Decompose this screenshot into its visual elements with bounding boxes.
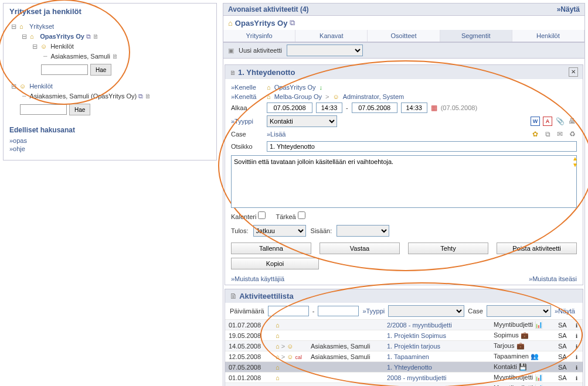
kalenteri-checkbox-label[interactable]: Kalenteri xyxy=(231,211,267,220)
row-type: Tarjous 💼 xyxy=(490,341,555,351)
table-row[interactable]: 12.05.2008⌂ > ☺ calAsiakasmies, Samuli1.… xyxy=(225,351,583,362)
kalenteri-checkbox[interactable] xyxy=(258,211,266,219)
show-link[interactable]: »Näytä xyxy=(557,5,580,13)
pdf-icon[interactable]: A xyxy=(543,117,552,126)
tab-yritysinfo[interactable]: Yritysinfo xyxy=(223,30,295,42)
row-desc[interactable]: 2/2008 - myyntibudjetti xyxy=(383,320,490,330)
launch-icon[interactable]: ⧉ xyxy=(543,129,552,139)
end-time-input[interactable] xyxy=(401,103,427,113)
launch-icon[interactable]: ⧉ xyxy=(290,18,295,28)
row-desc[interactable]: 1. Yhteydenotto xyxy=(383,362,490,373)
start-date-input[interactable] xyxy=(267,103,312,113)
row-desc[interactable]: 2008 - myyntibudjetti xyxy=(383,373,490,383)
info-icon[interactable]: i xyxy=(572,330,583,341)
tab-kanavat[interactable]: Kanavat xyxy=(295,30,368,42)
remind-self-link[interactable]: »Muistuta itseäsi xyxy=(529,275,577,282)
mail-icon[interactable]: ✉ xyxy=(555,129,565,139)
close-icon[interactable]: ✕ xyxy=(569,67,578,77)
tree-company[interactable]: ⊟ ⌂ OpasYritys Oy ⧉ 🗎 xyxy=(9,32,210,42)
kenelta-label[interactable]: »Keneltä xyxy=(231,93,263,100)
tyyppi-filter-select[interactable] xyxy=(388,305,464,317)
sisaan-select[interactable] xyxy=(337,225,389,237)
word-icon[interactable]: W xyxy=(531,117,540,126)
kopioi-button[interactable]: Kopioi xyxy=(231,258,319,269)
info-icon[interactable]: i xyxy=(572,362,583,373)
attachment-icon[interactable]: 📎 xyxy=(555,117,565,126)
table-row[interactable]: 14.05.2008⌂ > ☺Asiakasmies, Samuli1. Pro… xyxy=(225,341,583,351)
kenelta-org[interactable]: Melba-Group Oy xyxy=(274,93,322,100)
tyyppi-select[interactable]: Kontakti xyxy=(267,115,337,127)
company-search-input[interactable] xyxy=(41,64,88,75)
vastaa-button[interactable]: Vastaa xyxy=(320,242,400,254)
end-date-input[interactable] xyxy=(352,103,397,113)
table-row[interactable]: 19.05.2008⌂1. Projektin SopimusSopimus 💼… xyxy=(225,330,583,341)
doc-icon[interactable]: 🗎 xyxy=(93,33,99,40)
prev-search-item[interactable]: »ohje xyxy=(9,145,210,153)
tree-person-full[interactable]: ┄ Asiakasmies, Samuli (OpasYritys Oy) ⧉ … xyxy=(9,91,210,101)
case-add-link[interactable]: »Lisää xyxy=(267,131,285,138)
kenelta-person[interactable]: Adminstrator, System xyxy=(343,93,405,100)
table-row[interactable]: 01.01.2008⌂1/2008 - myyntibudjettiMyynti… xyxy=(225,383,583,387)
launch-icon[interactable]: ⧉ xyxy=(138,93,143,100)
prev-search-item[interactable]: »opas xyxy=(9,136,210,145)
date-from-input[interactable] xyxy=(268,306,309,316)
info-icon[interactable]: i xyxy=(572,341,583,351)
tyyppi-filter-label[interactable]: »Tyyppi xyxy=(362,308,385,315)
company-search-button[interactable]: Hae xyxy=(90,64,111,76)
info-icon[interactable]: i xyxy=(572,383,583,387)
poista-button[interactable]: Poista aktiviteetti xyxy=(497,242,577,254)
arrow-down-icon[interactable]: ↓ xyxy=(320,84,323,91)
chart-icon: 📊 xyxy=(535,321,543,328)
home-icon: ⌂ xyxy=(30,33,38,40)
table-row[interactable]: 07.05.2008⌂1. YhteydenottoKontakti 💾SAi xyxy=(225,362,583,373)
row-desc[interactable]: 1. Projektin Sopimus xyxy=(383,330,490,341)
remind-users-link[interactable]: »Muistuta käyttäjiä xyxy=(231,275,284,282)
launch-icon[interactable]: ⧉ xyxy=(86,33,91,40)
person-search-button[interactable]: Hae xyxy=(69,104,90,115)
doc-icon[interactable]: 🗎 xyxy=(112,53,118,60)
tarkea-checkbox-label[interactable]: Tärkeä xyxy=(276,211,307,220)
case-filter-select[interactable] xyxy=(487,305,551,317)
company-title: OpasYritys Oy xyxy=(235,19,288,28)
company-link[interactable]: OpasYritys Oy xyxy=(40,33,84,40)
info-icon[interactable]: i xyxy=(572,351,583,362)
tree-persons-root[interactable]: ⊟ ☺ Henkilöt xyxy=(9,81,210,91)
recycle-icon[interactable]: ♻ xyxy=(567,129,577,139)
start-time-input[interactable] xyxy=(316,103,342,113)
kenelle-label[interactable]: »Kenelle xyxy=(231,84,263,91)
person-search-input[interactable] xyxy=(20,104,67,115)
notes-textarea[interactable]: Sovittiin että tavataan jolloin käsitell… xyxy=(231,155,577,208)
print-icon[interactable]: 🖶 xyxy=(567,117,577,126)
tree-companies-root[interactable]: ⊟ ⌂ Yritykset xyxy=(9,22,210,32)
tab-henkilot[interactable]: Henkilöt xyxy=(512,30,584,42)
doc-icon[interactable]: 🗎 xyxy=(145,93,151,100)
info-icon[interactable]: i xyxy=(572,320,583,330)
tarkea-checkbox[interactable] xyxy=(298,211,305,219)
kenelle-value[interactable]: OpasYritys Oy xyxy=(274,84,316,91)
table-row[interactable]: 01.01.2008⌂2008 - myyntibudjettiMyyntibu… xyxy=(225,373,583,383)
date-to-input[interactable] xyxy=(318,306,359,316)
tehty-button[interactable]: Tehty xyxy=(408,242,488,254)
gear-icon[interactable]: ✿ xyxy=(531,129,540,139)
row-who: Asiakasmies, Samuli xyxy=(307,341,383,351)
tulos-select[interactable]: Jatkuu xyxy=(253,225,306,237)
row-desc[interactable]: 1. Tapaaminen xyxy=(383,351,490,362)
case-label: Case xyxy=(231,131,263,138)
calendar-icon[interactable]: ▦ xyxy=(431,104,437,112)
tab-osoitteet[interactable]: Osoitteet xyxy=(368,30,440,42)
tree-person[interactable]: ┄ Asiakasmies, Samuli 🗎 xyxy=(9,52,210,62)
otsikko-input[interactable] xyxy=(267,141,577,152)
list-icon: 🗎 xyxy=(230,292,237,300)
tree-persons-node[interactable]: ⊟ ☺ Henkilöt xyxy=(9,42,210,52)
tyyppi-label[interactable]: »Tyyppi xyxy=(231,118,263,125)
show-list-link[interactable]: »Näytä xyxy=(555,308,575,315)
scroll-up-icon[interactable]: ▲ xyxy=(572,155,578,162)
info-icon[interactable]: i xyxy=(572,373,583,383)
scroll-down-icon[interactable]: ▼ xyxy=(572,162,578,168)
tab-segmentit[interactable]: Segmentit xyxy=(440,30,512,42)
tallenna-button[interactable]: Tallenna xyxy=(231,242,311,254)
table-row[interactable]: 01.07.2008⌂2/2008 - myyntibudjettiMyynti… xyxy=(225,320,583,330)
row-desc[interactable]: 1. Projektin tarjous xyxy=(383,341,490,351)
new-activity-select[interactable] xyxy=(287,45,363,56)
row-desc[interactable]: 1/2008 - myyntibudjetti xyxy=(383,383,490,387)
